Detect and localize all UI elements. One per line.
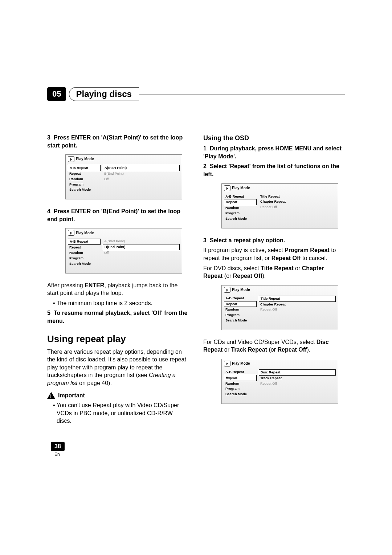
page-lang: En <box>54 452 345 457</box>
osd-opt-chapter-repeat: Chapter Repeat <box>259 199 336 204</box>
important-bullet: • You can't use Repeat play with Video C… <box>53 401 189 425</box>
manual-page: 05 Playing discs 3Press ENTER on 'A(Star… <box>0 0 392 486</box>
osd-item-repeat: Repeat <box>224 301 257 307</box>
osd-menu-right: A(Start Point) B(End Point) Off <box>101 165 180 193</box>
osd-menu-right: Disc Repeat Track Repeat Repeat Off <box>257 369 336 397</box>
step-r3: 3Select a repeat play option. <box>203 236 345 244</box>
osd-menu-right: A(Start Point) B(End Point) Off <box>101 239 180 266</box>
heading-using-osd: Using the OSD <box>203 134 345 142</box>
page-footer: 38 En <box>51 442 345 457</box>
osd-item-program: Program <box>224 211 257 216</box>
left-column: 3Press ENTER on 'A(Start Point)' to set … <box>47 134 189 427</box>
important-row: Important <box>47 392 189 400</box>
osd-panel-repeat-list: ⏵ Play Mode A-B Repeat Repeat Random Pro… <box>221 183 338 228</box>
osd-item-abrepeat: A-B Repeat <box>224 369 257 375</box>
osd-opt-off: Off <box>103 250 180 256</box>
osd-title: Play Mode <box>232 186 250 191</box>
osd-opt-title-repeat: Title Repeat <box>259 194 336 199</box>
osd-item-repeat: Repeat <box>224 375 257 381</box>
playmode-icon: ⏵ <box>68 156 74 162</box>
warning-icon <box>47 392 55 399</box>
osd-panel-ab-a: ⏵ Play Mode A-B Repeat Repeat Random Pro… <box>65 154 182 199</box>
osd-menu-left: A-B Repeat Repeat Random Program Search … <box>68 165 101 193</box>
osd-menu-left: A-B Repeat Repeat Random Program Search … <box>68 239 101 266</box>
osd-item-program: Program <box>68 182 101 187</box>
osd-header: ⏵ Play Mode <box>66 228 182 237</box>
osd-item-search: Search Mode <box>224 318 257 323</box>
playmode-icon: ⏵ <box>224 361 230 366</box>
osd-header: ⏵ Play Mode <box>222 359 338 368</box>
osd-item-abrepeat: A-B Repeat <box>68 165 101 171</box>
osd-item-random: Random <box>68 177 101 182</box>
important-label: Important <box>58 392 85 400</box>
osd-panel-cd-repeat: ⏵ Play Mode A-B Repeat Repeat Random Pro… <box>221 359 338 404</box>
osd-opt-repeat-off: Repeat Off <box>259 204 336 210</box>
cd-repeat-text: For CDs and Video CD/Super VCDs, select … <box>203 338 345 354</box>
osd-header: ⏵ Play Mode <box>222 184 338 193</box>
playmode-icon: ⏵ <box>224 185 230 191</box>
chapter-number: 05 <box>47 87 66 101</box>
osd-opt-bend: B(End Point) <box>103 244 180 250</box>
osd-header: ⏵ Play Mode <box>66 155 182 163</box>
osd-item-repeat: Repeat <box>68 171 101 177</box>
after-enter-text: After pressing ENTER, playback jumps bac… <box>47 281 189 297</box>
osd-item-abrepeat: A-B Repeat <box>224 296 257 301</box>
osd-opt-chapter-repeat: Chapter Repeat <box>259 302 336 307</box>
min-loop-bullet: • The minimum loop time is 2 seconds. <box>53 299 189 307</box>
page-number: 38 <box>51 442 65 451</box>
chapter-title-pill: Playing discs <box>69 87 139 101</box>
osd-menu-right: Title Repeat Chapter Repeat Repeat Off <box>257 194 336 222</box>
osd-opt-astart: A(Start Point) <box>103 165 180 171</box>
osd-opt-title-repeat: Title Repeat <box>259 296 336 302</box>
osd-opt-disc-repeat: Disc Repeat <box>259 369 336 376</box>
playmode-icon: ⏵ <box>224 287 230 293</box>
step-r2: 2Select 'Repeat' from the list of functi… <box>203 162 345 178</box>
osd-item-search: Search Mode <box>224 392 257 397</box>
osd-opt-repeat-off: Repeat Off <box>259 307 336 312</box>
chapter-title: Playing discs <box>76 89 131 99</box>
chapter-header: 05 Playing discs <box>47 87 345 101</box>
playmode-icon: ⏵ <box>68 230 74 236</box>
osd-title: Play Mode <box>76 157 94 162</box>
osd-item-search: Search Mode <box>68 187 101 193</box>
program-repeat-text: If program play is active, select Progra… <box>203 246 345 262</box>
osd-opt-bend: B(End Point) <box>103 171 180 177</box>
step-3: 3Press ENTER on 'A(Start Point)' to set … <box>47 134 189 149</box>
osd-item-random: Random <box>68 250 101 256</box>
heading-repeat-play: Using repeat play <box>47 333 189 345</box>
osd-panel-dvd-repeat: ⏵ Play Mode A-B Repeat Repeat Random Pro… <box>221 285 338 330</box>
osd-panel-ab-b: ⏵ Play Mode A-B Repeat Repeat Random Pro… <box>65 228 182 273</box>
osd-item-repeat: Repeat <box>224 199 257 205</box>
right-column: Using the OSD 1During playback, press HO… <box>203 134 345 427</box>
osd-item-program: Program <box>224 386 257 392</box>
osd-item-program: Program <box>224 312 257 318</box>
osd-item-random: Random <box>224 307 257 312</box>
chapter-rule <box>138 94 345 94</box>
osd-menu-left: A-B Repeat Repeat Random Program Search … <box>224 369 257 397</box>
osd-item-random: Random <box>224 205 257 211</box>
dvd-repeat-text: For DVD discs, select Title Repeat or Ch… <box>203 264 345 280</box>
osd-header: ⏵ Play Mode <box>222 285 338 294</box>
osd-menu-left: A-B Repeat Repeat Random Program Search … <box>224 296 257 323</box>
osd-item-random: Random <box>224 381 257 386</box>
step-4: 4Press ENTER on 'B(End Point)' to set th… <box>47 207 189 223</box>
osd-opt-repeat-off: Repeat Off <box>259 381 336 386</box>
osd-title: Play Mode <box>232 287 250 292</box>
step-r1: 1During playback, press HOME MENU and se… <box>203 145 345 160</box>
content-columns: 3Press ENTER on 'A(Start Point)' to set … <box>47 134 345 427</box>
osd-item-abrepeat: A-B Repeat <box>224 194 257 199</box>
osd-item-program: Program <box>68 256 101 261</box>
osd-opt-off: Off <box>103 177 180 182</box>
osd-item-abrepeat: A-B Repeat <box>68 239 101 245</box>
osd-menu-left: A-B Repeat Repeat Random Program Search … <box>224 194 257 222</box>
osd-menu-right: Title Repeat Chapter Repeat Repeat Off <box>257 296 336 323</box>
osd-item-search: Search Mode <box>68 261 101 267</box>
step-5: 5To resume normal playback, select 'Off'… <box>47 309 189 325</box>
osd-opt-track-repeat: Track Repeat <box>259 376 336 381</box>
osd-title: Play Mode <box>232 361 250 366</box>
osd-item-repeat: Repeat <box>68 245 101 250</box>
repeat-play-intro: There are various repeat play options, d… <box>47 348 189 387</box>
osd-title: Play Mode <box>76 231 94 236</box>
osd-opt-astart: A(Start Point) <box>103 239 180 244</box>
osd-item-search: Search Mode <box>224 216 257 222</box>
